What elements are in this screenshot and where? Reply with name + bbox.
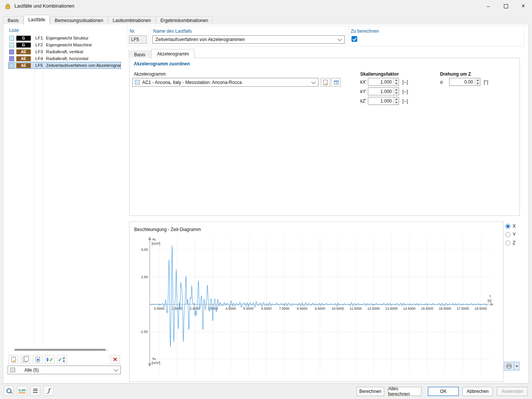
rotation-spinbox[interactable]: 0.00: [449, 78, 480, 86]
radio-label: Z: [513, 240, 515, 245]
app-icon: [5, 3, 11, 10]
close-icon: ×: [521, 3, 525, 10]
case-number: LF4: [35, 56, 44, 61]
scaling-value: 1.000: [380, 79, 392, 85]
units-decimal-button[interactable]: 0,00: [17, 386, 27, 396]
list-item-lf3[interactable]: AELF3Radialkraft, vertikal: [8, 48, 121, 55]
svg-text:t: t: [489, 294, 491, 298]
axis-radio-x[interactable]: X: [505, 222, 516, 230]
print-options-button[interactable]: [514, 362, 519, 370]
spinner[interactable]: [475, 78, 480, 86]
category-badge: G: [16, 36, 31, 41]
nr-group: Nr. LF5: [127, 26, 149, 46]
scaling-value: 1.000: [380, 98, 392, 104]
formula-button[interactable]: ƒ: [44, 386, 54, 396]
scrollbar-thumb[interactable]: [14, 349, 106, 351]
tab-basis[interactable]: Basis: [3, 16, 23, 24]
tab-ergebniskombinationen[interactable]: Ergebniskombinationen: [156, 16, 212, 24]
case-name: Eigengewicht Maschine: [46, 43, 92, 47]
scaling-spinbox-kz-[interactable]: 1.000: [368, 97, 399, 105]
scaling-rows: kX'1.000[--]kY'1.000[--]kZ'1.000[--]: [360, 77, 408, 106]
axis-radio-z[interactable]: Z: [505, 239, 516, 247]
pick-button[interactable]: [4, 386, 14, 396]
window-title: Lastfälle und Kombinationen: [14, 3, 74, 9]
svg-text:[m/s²]: [m/s²]: [152, 361, 160, 365]
tab-lastfälle[interactable]: Lastfälle: [24, 15, 50, 24]
tab-lastkombinationen[interactable]: Lastkombinationen: [108, 16, 155, 24]
subtab-akzelerogramm[interactable]: Akzelerogramm: [151, 49, 195, 58]
category-badge: AE: [16, 56, 31, 61]
case-number: LF1: [35, 36, 44, 40]
name-group: Name des Lastfalls Zeitverlaufsverfahren…: [150, 26, 346, 46]
svg-text:2.5000: 2.5000: [190, 307, 200, 310]
scaling-value: 1.000: [380, 89, 392, 94]
list-item-lf2[interactable]: GLF2Eigengewicht Maschine: [8, 41, 121, 48]
list-item-lf1[interactable]: GLF1Eigengewicht Struktur: [8, 35, 121, 41]
titlebar: Lastfälle und Kombinationen – ×: [0, 0, 532, 12]
accel-section-title: Akzelerogramm zuordnen: [134, 61, 190, 66]
filter-dropdown[interactable]: Alle (5): [8, 366, 121, 374]
scaling-spinbox-ky-[interactable]: 1.000: [368, 87, 399, 95]
berechnen-button[interactable]: Berechnen: [356, 387, 384, 396]
svg-text:11.5000: 11.5000: [350, 307, 362, 310]
nr-field[interactable]: LF5: [129, 35, 147, 44]
axis-radio-y[interactable]: Y: [505, 230, 516, 239]
name-combobox[interactable]: Zeitverlaufsverfahren von Akzelerogramme…: [152, 35, 345, 44]
category-badge: AE: [16, 63, 31, 68]
edit-accelerogram-button[interactable]: [331, 78, 341, 87]
calc-checkbox[interactable]: [352, 36, 357, 42]
renumber-button[interactable]: ✓: [45, 355, 55, 364]
list-item-lf4[interactable]: AELF4Radialkraft, horizontal: [8, 55, 121, 62]
list-item-lf5[interactable]: AELF5Zeitverlaufsverfahren von Akzelerog…: [8, 62, 121, 69]
function-icon: ƒ: [48, 387, 50, 394]
color-swatch: [9, 36, 14, 41]
case-number: LF2: [35, 43, 44, 47]
spinner[interactable]: [393, 78, 399, 86]
spinner[interactable]: [393, 88, 399, 95]
abbrechen-button[interactable]: Abbrechen: [462, 387, 493, 396]
svg-text:15.5000: 15.5000: [421, 307, 434, 310]
copy-with-options-button[interactable]: [33, 355, 43, 364]
minimize-button[interactable]: –: [480, 0, 497, 12]
case-name: Zeitverlaufsverfahren von Akzelerogram: [46, 63, 121, 68]
case-name: Radialkraft, vertikal: [46, 49, 83, 54]
tab-bemessungssituationen[interactable]: Bemessungssituationen: [50, 16, 108, 24]
accelerogram-value: AC1 - Ancona, Italy - Messstation: Ancon…: [142, 80, 242, 85]
new-accelerogram-button[interactable]: ★: [321, 78, 330, 87]
svg-text:7.5000: 7.5000: [279, 307, 290, 310]
print-button[interactable]: [504, 362, 514, 370]
delete-load-case-button[interactable]: ✕: [110, 355, 120, 364]
scaling-spinbox-kx-[interactable]: 1.000: [368, 78, 399, 86]
spinner[interactable]: [393, 97, 399, 104]
scaling-unit: [--]: [402, 89, 408, 94]
spinner-up-icon: [395, 89, 397, 90]
copy-load-case-button[interactable]: [21, 355, 30, 364]
anwenden-button: Anwenden: [497, 387, 528, 396]
scaling-title: Skalierungsfaktor: [360, 71, 399, 77]
close-button[interactable]: ×: [515, 0, 532, 12]
list-scrollbar[interactable]: [14, 348, 109, 351]
table-edit-icon: [334, 81, 339, 84]
svg-text:6.5000: 6.5000: [261, 307, 272, 310]
svg-text:13.5000: 13.5000: [385, 307, 398, 310]
ok-button[interactable]: OK: [428, 387, 459, 396]
maximize-button[interactable]: [497, 0, 515, 12]
svg-text:16.5000: 16.5000: [439, 307, 451, 310]
subtab-basis[interactable]: Basis: [128, 51, 151, 58]
accelerogram-combobox[interactable]: AC1 - Ancona, Italy - Messstation: Ancon…: [132, 78, 318, 87]
chart-panel: 0.50001.50002.50003.50004.50005.50006.50…: [129, 222, 504, 382]
comment-button[interactable]: [30, 386, 40, 396]
generate-combinations-button[interactable]: ✓: [57, 355, 67, 364]
list-column-divider: [43, 35, 43, 348]
load-case-list: GLF1Eigengewicht StrukturGLF2Eigengewich…: [8, 35, 121, 69]
alles-berechnen-button[interactable]: Alles berechnen: [388, 387, 421, 396]
case-name: Eigengewicht Struktur: [46, 36, 89, 40]
list-header: Liste: [9, 28, 19, 33]
new-load-case-button[interactable]: ★: [8, 355, 18, 364]
list-column-divider: [34, 35, 35, 348]
svg-text:5.5000: 5.5000: [243, 307, 254, 310]
bottom-left-icons: 0,00 ƒ: [4, 386, 54, 396]
svg-text:9.5000: 9.5000: [315, 307, 325, 310]
maximize-icon: [504, 4, 508, 8]
color-swatch: [9, 43, 14, 48]
